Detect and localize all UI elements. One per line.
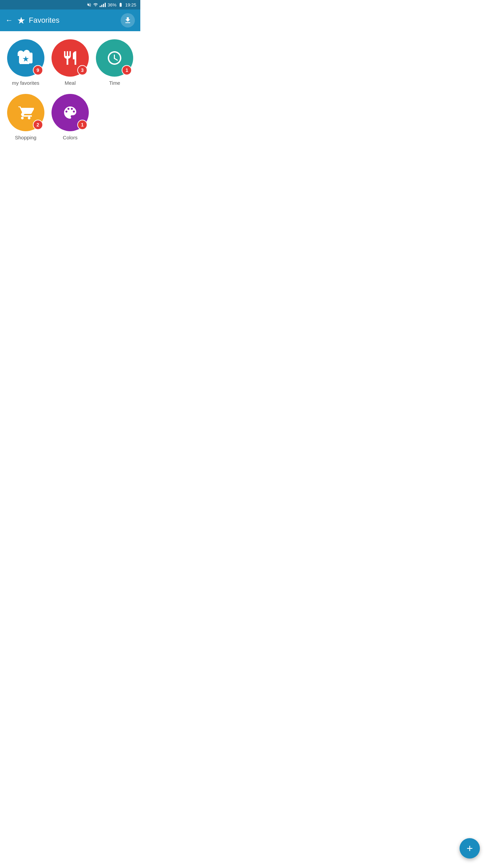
label-time: Time (109, 80, 120, 86)
badge-shopping: 2 (33, 120, 43, 130)
wifi-icon (93, 2, 98, 7)
signal-icon (100, 2, 106, 7)
app-bar-left: ← ★ Favorites (5, 15, 59, 26)
circle-wrapper-meal: 3 (52, 39, 89, 77)
app-bar-title: ★ Favorites (17, 15, 59, 26)
category-meal[interactable]: 3 Meal (50, 39, 90, 86)
status-bar: 36% 19:25 (0, 0, 140, 9)
circle-wrapper-shopping: 2 (7, 94, 44, 131)
status-icons: 36% 19:25 (87, 2, 136, 7)
download-icon (124, 16, 132, 24)
meal-icon (62, 50, 78, 66)
back-button[interactable]: ← (5, 16, 13, 25)
star-icon: ★ (17, 15, 25, 26)
app-bar: ← ★ Favorites (0, 9, 140, 31)
battery-icon (118, 2, 123, 7)
category-colors[interactable]: 1 Colors (50, 94, 90, 140)
colors-icon (62, 104, 78, 121)
download-button[interactable] (121, 13, 135, 27)
badge-time: 1 (122, 65, 132, 75)
badge-colors: 1 (77, 120, 87, 130)
category-time[interactable]: 1 Time (95, 39, 135, 86)
label-shopping: Shopping (15, 135, 36, 140)
battery-text: 36% (107, 2, 116, 7)
time-icon (106, 50, 123, 66)
label-my-favorites: my favorites (12, 80, 39, 86)
badge-meal: 3 (77, 65, 87, 75)
category-my-favorites[interactable]: 9 my favorites (5, 39, 46, 86)
shopping-icon (18, 104, 34, 121)
circle-wrapper-colors: 1 (52, 94, 89, 131)
label-colors: Colors (63, 135, 77, 140)
circle-wrapper-time: 1 (96, 39, 133, 77)
circle-wrapper-my-favorites: 9 (7, 39, 44, 77)
categories-grid: 9 my favorites 3 Meal 1 Time (0, 31, 140, 149)
page-title: Favorites (29, 16, 59, 25)
time-text: 19:25 (125, 2, 136, 7)
mute-icon (87, 2, 92, 7)
category-shopping[interactable]: 2 Shopping (5, 94, 46, 140)
favorites-icon (18, 50, 34, 66)
badge-my-favorites: 9 (33, 65, 43, 75)
label-meal: Meal (65, 80, 76, 86)
